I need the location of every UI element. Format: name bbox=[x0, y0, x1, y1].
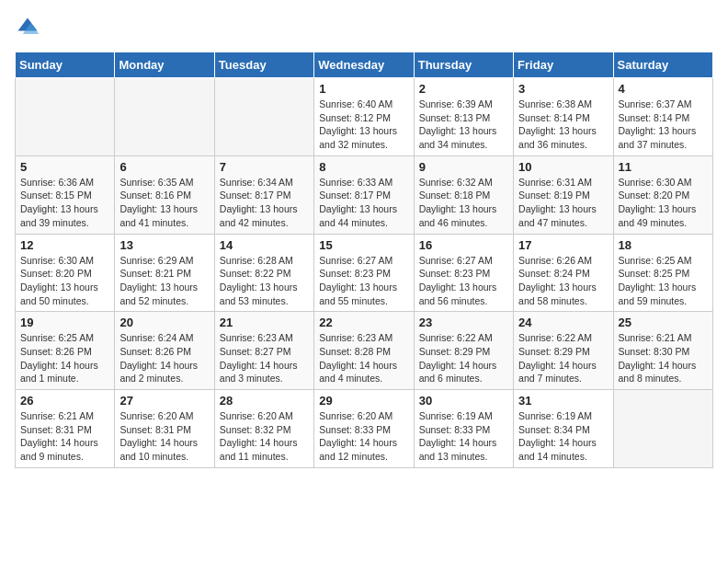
day-cell: 20Sunrise: 6:24 AM Sunset: 8:26 PM Dayli… bbox=[115, 312, 214, 390]
day-number: 2 bbox=[419, 82, 508, 96]
day-cell: 30Sunrise: 6:19 AM Sunset: 8:33 PM Dayli… bbox=[414, 390, 513, 468]
day-info: Sunrise: 6:27 AM Sunset: 8:23 PM Dayligh… bbox=[419, 254, 508, 308]
day-cell: 5Sunrise: 6:36 AM Sunset: 8:15 PM Daylig… bbox=[16, 155, 115, 234]
day-number: 15 bbox=[319, 238, 408, 252]
day-number: 20 bbox=[119, 316, 209, 329]
day-info: Sunrise: 6:25 AM Sunset: 8:26 PM Dayligh… bbox=[20, 331, 109, 385]
logo-icon bbox=[15, 15, 40, 40]
day-cell: 27Sunrise: 6:20 AM Sunset: 8:31 PM Dayli… bbox=[115, 390, 214, 468]
day-number: 29 bbox=[319, 394, 408, 408]
day-cell: 13Sunrise: 6:29 AM Sunset: 8:21 PM Dayli… bbox=[115, 234, 214, 312]
day-cell: 16Sunrise: 6:27 AM Sunset: 8:23 PM Dayli… bbox=[414, 234, 513, 312]
col-header-wednesday: Wednesday bbox=[314, 52, 414, 78]
day-cell: 1Sunrise: 6:40 AM Sunset: 8:12 PM Daylig… bbox=[314, 78, 414, 156]
day-number: 11 bbox=[619, 160, 708, 174]
week-row-4: 19Sunrise: 6:25 AM Sunset: 8:26 PM Dayli… bbox=[16, 312, 713, 390]
calendar-body: 1Sunrise: 6:40 AM Sunset: 8:12 PM Daylig… bbox=[16, 78, 713, 468]
day-info: Sunrise: 6:31 AM Sunset: 8:19 PM Dayligh… bbox=[518, 176, 608, 230]
day-info: Sunrise: 6:23 AM Sunset: 8:28 PM Dayligh… bbox=[319, 331, 408, 385]
day-number: 16 bbox=[419, 238, 508, 252]
day-cell bbox=[214, 78, 313, 156]
day-cell: 6Sunrise: 6:35 AM Sunset: 8:16 PM Daylig… bbox=[115, 155, 214, 234]
day-number: 8 bbox=[319, 160, 408, 174]
col-header-monday: Monday bbox=[115, 52, 214, 78]
day-info: Sunrise: 6:19 AM Sunset: 8:34 PM Dayligh… bbox=[518, 409, 608, 464]
col-header-tuesday: Tuesday bbox=[214, 52, 313, 78]
day-info: Sunrise: 6:38 AM Sunset: 8:14 PM Dayligh… bbox=[518, 98, 608, 152]
day-info: Sunrise: 6:36 AM Sunset: 8:15 PM Dayligh… bbox=[20, 176, 109, 230]
day-number: 18 bbox=[619, 238, 708, 252]
day-cell: 18Sunrise: 6:25 AM Sunset: 8:25 PM Dayli… bbox=[613, 234, 712, 312]
day-info: Sunrise: 6:26 AM Sunset: 8:24 PM Dayligh… bbox=[518, 254, 608, 308]
day-number: 10 bbox=[518, 160, 608, 174]
day-cell: 31Sunrise: 6:19 AM Sunset: 8:34 PM Dayli… bbox=[514, 390, 613, 468]
day-number: 14 bbox=[220, 238, 309, 252]
day-cell: 15Sunrise: 6:27 AM Sunset: 8:23 PM Dayli… bbox=[314, 234, 414, 312]
day-number: 12 bbox=[20, 238, 109, 252]
day-cell: 9Sunrise: 6:32 AM Sunset: 8:18 PM Daylig… bbox=[414, 155, 513, 234]
day-number: 27 bbox=[119, 394, 209, 408]
week-row-5: 26Sunrise: 6:21 AM Sunset: 8:31 PM Dayli… bbox=[16, 390, 713, 468]
day-cell: 12Sunrise: 6:30 AM Sunset: 8:20 PM Dayli… bbox=[16, 234, 115, 312]
day-info: Sunrise: 6:20 AM Sunset: 8:31 PM Dayligh… bbox=[119, 409, 209, 464]
calendar-table: SundayMondayTuesdayWednesdayThursdayFrid… bbox=[15, 52, 713, 468]
day-info: Sunrise: 6:25 AM Sunset: 8:25 PM Dayligh… bbox=[619, 254, 708, 308]
day-number: 26 bbox=[20, 394, 109, 408]
day-number: 22 bbox=[319, 316, 408, 329]
day-info: Sunrise: 6:28 AM Sunset: 8:22 PM Dayligh… bbox=[220, 254, 309, 308]
day-info: Sunrise: 6:29 AM Sunset: 8:21 PM Dayligh… bbox=[119, 254, 209, 308]
day-cell: 19Sunrise: 6:25 AM Sunset: 8:26 PM Dayli… bbox=[16, 312, 115, 390]
day-cell: 22Sunrise: 6:23 AM Sunset: 8:28 PM Dayli… bbox=[314, 312, 414, 390]
day-info: Sunrise: 6:21 AM Sunset: 8:30 PM Dayligh… bbox=[619, 331, 708, 385]
day-cell: 2Sunrise: 6:39 AM Sunset: 8:13 PM Daylig… bbox=[414, 78, 513, 156]
page-header bbox=[15, 15, 713, 40]
day-info: Sunrise: 6:30 AM Sunset: 8:20 PM Dayligh… bbox=[20, 254, 109, 308]
day-cell: 25Sunrise: 6:21 AM Sunset: 8:30 PM Dayli… bbox=[613, 312, 712, 390]
week-row-1: 1Sunrise: 6:40 AM Sunset: 8:12 PM Daylig… bbox=[16, 78, 713, 156]
day-cell: 29Sunrise: 6:20 AM Sunset: 8:33 PM Dayli… bbox=[314, 390, 414, 468]
day-info: Sunrise: 6:22 AM Sunset: 8:29 PM Dayligh… bbox=[518, 331, 608, 385]
col-header-thursday: Thursday bbox=[414, 52, 513, 78]
day-cell bbox=[115, 78, 214, 156]
day-info: Sunrise: 6:23 AM Sunset: 8:27 PM Dayligh… bbox=[220, 331, 309, 385]
day-cell: 8Sunrise: 6:33 AM Sunset: 8:17 PM Daylig… bbox=[314, 155, 414, 234]
day-info: Sunrise: 6:22 AM Sunset: 8:29 PM Dayligh… bbox=[419, 331, 508, 385]
week-row-3: 12Sunrise: 6:30 AM Sunset: 8:20 PM Dayli… bbox=[16, 234, 713, 312]
logo bbox=[15, 15, 44, 40]
day-info: Sunrise: 6:19 AM Sunset: 8:33 PM Dayligh… bbox=[419, 409, 508, 464]
day-info: Sunrise: 6:34 AM Sunset: 8:17 PM Dayligh… bbox=[220, 176, 309, 230]
day-number: 3 bbox=[518, 82, 608, 96]
day-info: Sunrise: 6:21 AM Sunset: 8:31 PM Dayligh… bbox=[20, 409, 109, 464]
day-number: 6 bbox=[119, 160, 209, 174]
day-cell: 17Sunrise: 6:26 AM Sunset: 8:24 PM Dayli… bbox=[514, 234, 613, 312]
calendar-header: SundayMondayTuesdayWednesdayThursdayFrid… bbox=[16, 52, 713, 78]
day-cell bbox=[613, 390, 712, 468]
day-number: 31 bbox=[518, 394, 608, 408]
day-number: 7 bbox=[220, 160, 309, 174]
day-cell: 4Sunrise: 6:37 AM Sunset: 8:14 PM Daylig… bbox=[613, 78, 712, 156]
day-info: Sunrise: 6:27 AM Sunset: 8:23 PM Dayligh… bbox=[319, 254, 408, 308]
day-info: Sunrise: 6:32 AM Sunset: 8:18 PM Dayligh… bbox=[419, 176, 508, 230]
day-info: Sunrise: 6:20 AM Sunset: 8:32 PM Dayligh… bbox=[220, 409, 309, 464]
day-info: Sunrise: 6:40 AM Sunset: 8:12 PM Dayligh… bbox=[319, 98, 408, 152]
day-cell: 28Sunrise: 6:20 AM Sunset: 8:32 PM Dayli… bbox=[214, 390, 313, 468]
col-header-friday: Friday bbox=[514, 52, 613, 78]
day-cell: 24Sunrise: 6:22 AM Sunset: 8:29 PM Dayli… bbox=[514, 312, 613, 390]
day-cell: 21Sunrise: 6:23 AM Sunset: 8:27 PM Dayli… bbox=[214, 312, 313, 390]
day-info: Sunrise: 6:24 AM Sunset: 8:26 PM Dayligh… bbox=[119, 331, 209, 385]
day-info: Sunrise: 6:33 AM Sunset: 8:17 PM Dayligh… bbox=[319, 176, 408, 230]
day-number: 17 bbox=[518, 238, 608, 252]
day-number: 9 bbox=[419, 160, 508, 174]
day-cell: 23Sunrise: 6:22 AM Sunset: 8:29 PM Dayli… bbox=[414, 312, 513, 390]
week-row-2: 5Sunrise: 6:36 AM Sunset: 8:15 PM Daylig… bbox=[16, 155, 713, 234]
day-number: 1 bbox=[319, 82, 408, 96]
day-number: 13 bbox=[119, 238, 209, 252]
day-cell: 3Sunrise: 6:38 AM Sunset: 8:14 PM Daylig… bbox=[514, 78, 613, 156]
col-header-saturday: Saturday bbox=[613, 52, 712, 78]
day-info: Sunrise: 6:20 AM Sunset: 8:33 PM Dayligh… bbox=[319, 409, 408, 464]
day-cell: 10Sunrise: 6:31 AM Sunset: 8:19 PM Dayli… bbox=[514, 155, 613, 234]
day-number: 28 bbox=[220, 394, 309, 408]
day-number: 25 bbox=[619, 316, 708, 329]
day-cell: 14Sunrise: 6:28 AM Sunset: 8:22 PM Dayli… bbox=[214, 234, 313, 312]
day-number: 30 bbox=[419, 394, 508, 408]
